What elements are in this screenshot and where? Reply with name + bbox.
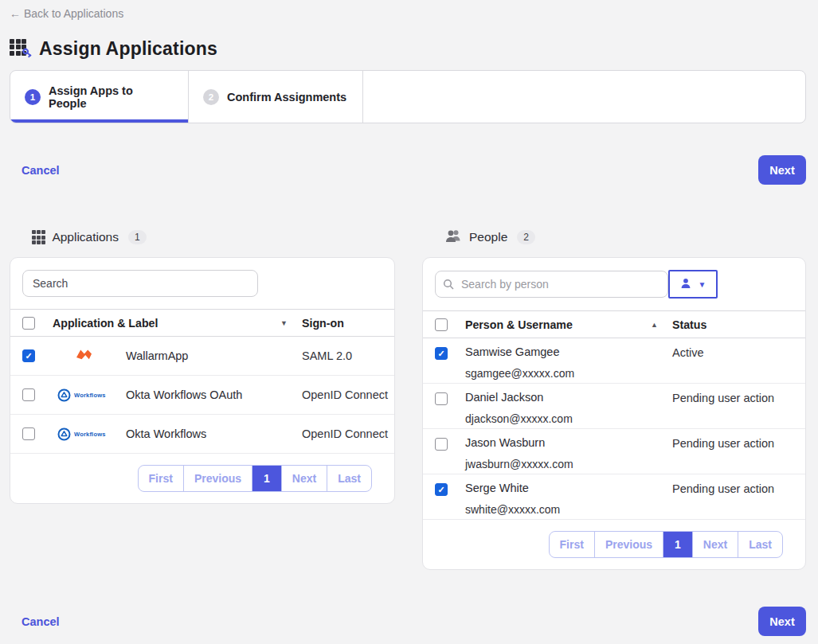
person-username: swhite@xxxxx.com <box>465 503 672 516</box>
people-filter-dropdown-button[interactable]: ▼ <box>668 270 718 299</box>
pagination-next-button[interactable]: Next <box>692 532 738 557</box>
column-header-label: Application & Label <box>53 317 158 330</box>
person-cell: Daniel Jackson djackson@xxxxx.com <box>465 391 672 425</box>
checkbox-cell <box>22 349 53 362</box>
tab-assign-apps-to-people[interactable]: 1 Assign Apps to People <box>10 71 189 123</box>
content-columns: Applications 1 Application & Label ▼ Sig… <box>10 228 806 570</box>
person-cell: Jason Wasburn jwasburn@xxxxx.com <box>465 436 672 470</box>
person-username: djackson@xxxxx.com <box>465 412 672 425</box>
pagination-last-button[interactable]: Last <box>327 466 371 491</box>
applications-pagination-row: First Previous 1 Next Last <box>10 454 394 503</box>
okta-workflows-logo: Workflows <box>57 388 106 402</box>
applications-section-header: Applications 1 <box>10 228 395 247</box>
people-icon <box>444 229 463 246</box>
assign-applications-page: ← Back to Applications Assign Applicatio… <box>0 0 818 644</box>
pagination-first-button[interactable]: First <box>550 532 594 557</box>
select-all-cell <box>22 317 53 330</box>
applications-search-row <box>10 258 394 309</box>
sign-on-value: OpenID Connect <box>302 427 394 440</box>
applications-section-title: Applications <box>52 230 119 244</box>
next-button-top[interactable]: Next <box>758 155 806 185</box>
key-icon <box>22 47 33 62</box>
application-name: Okta Workflows OAuth <box>116 388 302 401</box>
pagination-current-page[interactable]: 1 <box>663 532 692 557</box>
people-column: People 2 <box>422 228 806 570</box>
row-checkbox[interactable] <box>435 392 448 405</box>
row-checkbox[interactable] <box>435 347 448 360</box>
people-card: ▼ Person & Username ▲ Status <box>422 257 806 570</box>
application-row[interactable]: WallarmApp SAML 2.0 <box>10 337 394 376</box>
person-username: sgamgee@xxxxx.com <box>465 367 672 380</box>
sort-asc-icon: ▲ <box>651 321 658 329</box>
status-value: Pending user action <box>672 436 805 450</box>
workflows-logo-text: Workflows <box>74 431 106 438</box>
step-2-badge: 2 <box>203 89 219 105</box>
people-table-header: Person & Username ▲ Status <box>423 310 805 338</box>
pagination-first-button[interactable]: First <box>139 466 183 491</box>
applications-select-all-checkbox[interactable] <box>22 317 35 330</box>
checkbox-cell <box>435 391 465 405</box>
chevron-down-icon: ▼ <box>699 280 706 289</box>
row-checkbox[interactable] <box>22 427 35 440</box>
person-row[interactable]: Daniel Jackson djackson@xxxxx.com Pendin… <box>423 384 805 429</box>
pagination-last-button[interactable]: Last <box>738 532 782 557</box>
row-checkbox[interactable] <box>435 438 448 451</box>
tab-label: Confirm Assignments <box>227 91 346 103</box>
tab-label: Assign Apps to People <box>49 84 174 110</box>
pagination-previous-button[interactable]: Previous <box>183 466 252 491</box>
back-to-applications-link[interactable]: ← Back to Applications <box>10 7 123 20</box>
applications-column: Applications 1 Application & Label ▼ Sig… <box>10 228 395 570</box>
applications-table-header: Application & Label ▼ Sign-on <box>10 309 394 337</box>
person-name: Jason Wasburn <box>465 436 672 449</box>
people-search-input[interactable] <box>435 271 668 298</box>
select-all-cell <box>435 318 465 331</box>
checkbox-cell <box>435 436 465 451</box>
applications-grid-icon <box>32 230 45 244</box>
page-title-row: Assign Applications <box>10 38 806 60</box>
logo-cell <box>53 347 116 365</box>
people-select-all-checkbox[interactable] <box>435 318 448 331</box>
status-value: Pending user action <box>672 482 805 495</box>
pagination-previous-button[interactable]: Previous <box>594 532 663 557</box>
status-value: Pending user action <box>672 391 805 404</box>
row-checkbox[interactable] <box>435 483 448 496</box>
person-row[interactable]: Serge White swhite@xxxxx.com Pending use… <box>423 474 805 520</box>
application-row[interactable]: Workflows Okta Workflows OAuth OpenID Co… <box>10 376 394 415</box>
logo-cell: Workflows <box>53 427 116 441</box>
row-checkbox[interactable] <box>22 349 35 362</box>
checkbox-cell <box>22 388 53 401</box>
pagination-next-button[interactable]: Next <box>281 466 327 491</box>
status-value: Active <box>672 345 805 359</box>
application-name: Okta Workflows <box>116 427 302 440</box>
row-checkbox[interactable] <box>22 388 35 401</box>
next-button-bottom[interactable]: Next <box>758 607 806 636</box>
people-pagination: First Previous 1 Next Last <box>549 531 783 558</box>
applications-search-input[interactable] <box>22 270 258 297</box>
people-section-header: People 2 <box>422 228 806 247</box>
person-row[interactable]: Jason Wasburn jwasburn@xxxxx.com Pending… <box>423 429 805 474</box>
person-icon <box>680 278 691 291</box>
bottom-toolbar: Cancel Next <box>10 607 806 636</box>
pagination-current-page[interactable]: 1 <box>252 466 281 491</box>
sign-on-value: SAML 2.0 <box>302 349 394 362</box>
person-name: Serge White <box>465 482 672 494</box>
okta-workflows-logo: Workflows <box>57 427 106 441</box>
applications-count-badge: 1 <box>128 230 147 244</box>
cancel-link-bottom[interactable]: Cancel <box>22 615 60 628</box>
cancel-link-top[interactable]: Cancel <box>22 164 60 177</box>
wizard-tab-bar: 1 Assign Apps to People 2 Confirm Assign… <box>10 70 806 123</box>
person-username-column-header[interactable]: Person & Username ▲ <box>465 318 672 331</box>
person-row[interactable]: Samwise Gamgee sgamgee@xxxxx.com Active <box>423 338 805 384</box>
people-count-badge: 2 <box>517 230 535 244</box>
workflows-logo-text: Workflows <box>74 392 106 399</box>
checkbox-cell <box>435 482 465 496</box>
column-header-label: Person & Username <box>465 318 573 331</box>
people-search-row: ▼ <box>423 258 805 310</box>
logo-cell: Workflows <box>53 388 116 402</box>
application-row[interactable]: Workflows Okta Workflows OpenID Connect <box>10 415 394 454</box>
assign-applications-icon <box>10 39 30 60</box>
sort-desc-icon: ▼ <box>280 319 288 327</box>
person-username: jwasburn@xxxxx.com <box>465 458 672 470</box>
tab-confirm-assignments[interactable]: 2 Confirm Assignments <box>189 71 363 123</box>
application-label-column-header[interactable]: Application & Label ▼ <box>53 317 302 330</box>
